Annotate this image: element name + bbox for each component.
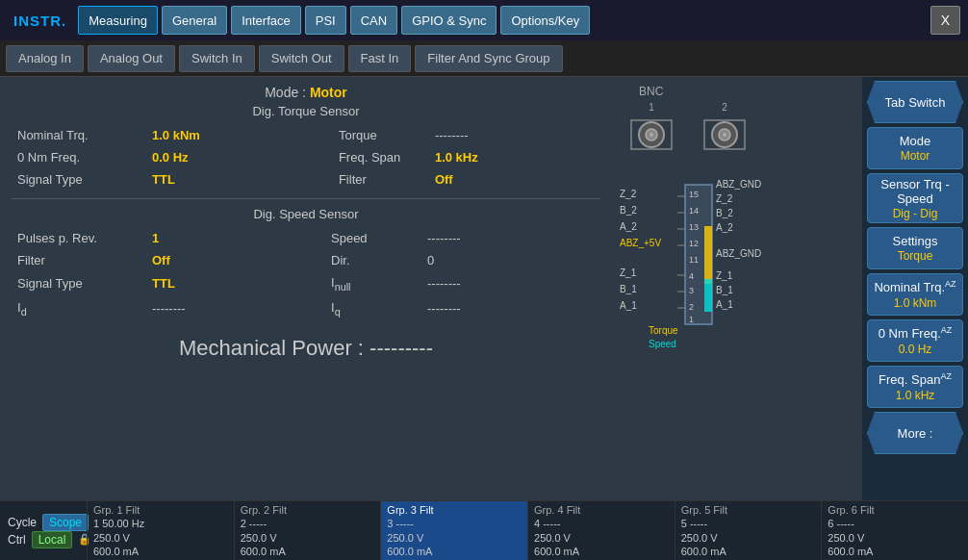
main-area: Mode : Motor Dig. Torque Sensor Nominal …	[0, 77, 968, 500]
nav-btn-can[interactable]: CAN	[350, 6, 397, 35]
table-row: Id -------- Iq --------	[12, 296, 600, 321]
nav-btn-options[interactable]: Options/Key	[500, 6, 590, 35]
dir-label: Dir.	[325, 249, 421, 271]
sidebar-sensor-value: Dig - Dig	[893, 207, 938, 220]
svg-rect-25	[704, 226, 712, 284]
grp1-val2: 250.0 V	[93, 532, 228, 544]
grp2-title: Grp. 2 Filt	[241, 504, 375, 516]
grp-item-4[interactable]: Grp. 4 Filt 4 ----- 250.0 V 600.0 mA	[527, 501, 675, 560]
filter-label: Filter	[333, 168, 429, 191]
grp-item-1[interactable]: Grp. 1 Filt 1 50.00 Hz 250.0 V 600.0 mA	[87, 501, 234, 560]
tab-switch-in[interactable]: Switch In	[179, 45, 255, 72]
grp5-val1: 5 -----	[681, 518, 816, 529]
sidebar-nominal-trq[interactable]: Nominal Trq.AZ 1.0 kNm	[867, 273, 963, 316]
grp6-val3: 600.0 mA	[828, 546, 962, 557]
svg-text:14: 14	[689, 206, 699, 216]
mode-label: Mode :	[265, 85, 306, 100]
inull-label: Inull	[325, 271, 421, 296]
svg-text:ABZ_GND: ABZ_GND	[716, 179, 761, 190]
grp6-title: Grp. 6 Filt	[828, 504, 962, 516]
cycle-label: Cycle	[8, 516, 37, 529]
bottom-left-controls: Cycle Scope Ctrl Local 🔒	[0, 501, 87, 560]
ctrl-row: Ctrl Local 🔒	[8, 531, 79, 548]
sidebar-mode-label: Mode	[900, 134, 931, 148]
scope-button[interactable]: Scope	[42, 514, 89, 531]
torque-value: --------	[429, 124, 600, 146]
table-row: Filter Off Dir. 0	[12, 249, 600, 271]
svg-point-3	[650, 133, 653, 137]
signal-type-label: Signal Type	[12, 168, 146, 191]
sidebar-settings-value: Torque	[898, 249, 933, 263]
freq-span-label: Freq. Span	[333, 146, 429, 168]
local-button[interactable]: Local	[32, 531, 73, 548]
grp5-title: Grp. 5 Filt	[681, 504, 816, 516]
iq-label: Iq	[325, 296, 421, 321]
sidebar-more[interactable]: More :	[867, 412, 963, 454]
tab-analog-in[interactable]: Analog In	[6, 45, 84, 72]
svg-text:4: 4	[689, 271, 694, 281]
nav-btn-interface[interactable]: Interface	[231, 6, 301, 35]
nav-btn-measuring[interactable]: Measuring	[78, 6, 158, 35]
tab-switch-out[interactable]: Switch Out	[259, 45, 344, 72]
nav-btn-gpio[interactable]: GPIO & Sync	[401, 6, 497, 35]
grp-item-2[interactable]: Grp. 2 Filt 2 ----- 250.0 V 600.0 mA	[234, 501, 381, 560]
mech-power-label: Mechanical Power :	[179, 336, 364, 360]
speed-value: --------	[421, 227, 600, 249]
grp5-val3: 600.0 mA	[681, 546, 816, 557]
nav-btn-psi[interactable]: PSI	[305, 6, 346, 35]
pulses-value: 1	[146, 227, 325, 249]
table-row: 0 Nm Freq. 0.0 Hz Freq. Span 1.0 kHz	[12, 146, 600, 168]
inull-value: --------	[421, 271, 600, 296]
filter-value: Off	[429, 168, 600, 191]
svg-text:B_1: B_1	[620, 284, 637, 294]
grp3-val2: 250.0 V	[387, 532, 522, 544]
svg-point-7	[723, 133, 726, 137]
signal-type-value: TTL	[146, 168, 333, 191]
id-value: --------	[146, 296, 325, 321]
grp4-val1: 4 -----	[534, 518, 669, 529]
tab-analog-out[interactable]: Analog Out	[88, 45, 175, 72]
svg-rect-34	[704, 279, 712, 295]
filter2-value: Off	[146, 249, 325, 271]
speed-table: Pulses p. Rev. 1 Speed -------- Filter O…	[12, 227, 600, 320]
bnc-connector-2	[702, 113, 747, 157]
table-row: Signal Type TTL Filter Off	[12, 168, 600, 191]
filter2-label: Filter	[12, 249, 146, 271]
torque-table: Nominal Trq. 1.0 kNm Torque -------- 0 N…	[12, 124, 600, 191]
sidebar-mode[interactable]: Mode Motor	[867, 127, 963, 169]
grp1-title: Grp. 1 Filt	[93, 504, 228, 516]
svg-text:15: 15	[689, 190, 699, 199]
sidebar-0nm-freq[interactable]: 0 Nm Freq.AZ 0.0 Hz	[867, 319, 963, 362]
bnc-connector-1	[629, 113, 674, 157]
table-row: Pulses p. Rev. 1 Speed --------	[12, 227, 600, 249]
nominal-trq-label: Nominal Trq.	[12, 124, 146, 146]
grp6-val2: 250.0 V	[828, 532, 962, 544]
sidebar-sensor[interactable]: Sensor Trq - Speed Dig - Dig	[867, 173, 963, 223]
group-items: Grp. 1 Filt 1 50.00 Hz 250.0 V 600.0 mA …	[87, 501, 968, 560]
tab-fast-in[interactable]: Fast In	[348, 45, 412, 72]
dig-torque-title: Dig. Torque Sensor	[12, 104, 600, 118]
tab-filter-sync[interactable]: Filter And Sync Group	[415, 45, 562, 72]
svg-text:Torque: Torque	[649, 325, 678, 336]
svg-text:A_2: A_2	[716, 222, 733, 233]
nominal-trq-value: 1.0 kNm	[146, 124, 333, 146]
sidebar-settings[interactable]: Settings Torque	[867, 227, 963, 269]
grp-item-5[interactable]: Grp. 5 Filt 5 ----- 250.0 V 600.0 mA	[675, 501, 822, 560]
ctrl-label: Ctrl	[8, 533, 26, 547]
app-title: INSTR.	[4, 13, 76, 29]
grp-item-6[interactable]: Grp. 6 Filt 6 ----- 250.0 V 600.0 mA	[821, 501, 968, 560]
mech-power-line: Mechanical Power : ---------	[12, 336, 600, 361]
sidebar-tab-switch[interactable]: Tab Switch	[867, 81, 963, 123]
close-button[interactable]: X	[930, 6, 960, 35]
signal-type2-value: TTL	[146, 271, 325, 296]
grp2-val1: 2 -----	[241, 518, 375, 529]
svg-text:13: 13	[689, 222, 699, 232]
sidebar-freq-span[interactable]: Freq. SpanAZ 1.0 kHz	[867, 366, 963, 408]
svg-text:A_1: A_1	[620, 300, 637, 311]
grp1-val3: 600.0 mA	[93, 546, 228, 557]
top-nav-bar: INSTR. Measuring General Interface PSI C…	[0, 0, 968, 40]
pulses-label: Pulses p. Rev.	[12, 227, 146, 249]
svg-rect-35	[704, 295, 712, 312]
nav-btn-general[interactable]: General	[162, 6, 227, 35]
grp-item-3[interactable]: Grp. 3 Filt 3 ----- 250.0 V 600.0 mA	[380, 501, 527, 560]
